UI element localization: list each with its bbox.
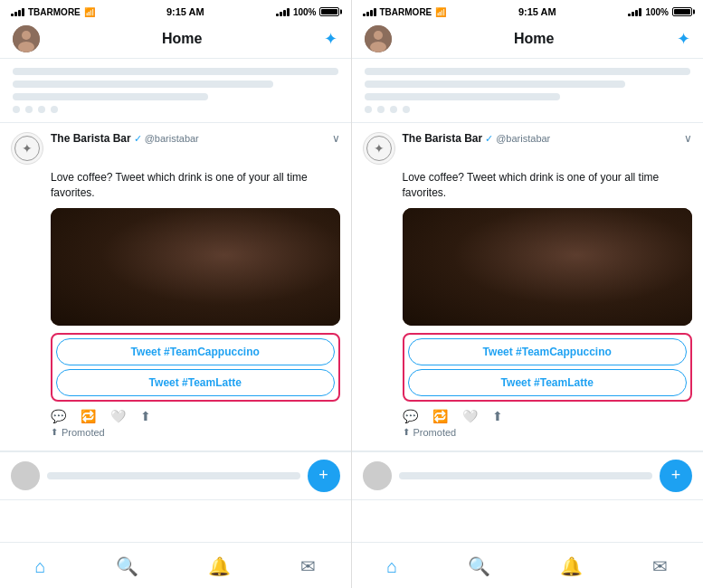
search-nav-icon-left[interactable]: 🔍 (107, 552, 147, 581)
tweet-handle-left: @baristabar (145, 133, 199, 144)
poll-btn2-right[interactable]: Tweet #TeamLatte (408, 369, 688, 396)
home-nav-icon-right[interactable]: ⌂ (377, 553, 406, 581)
promoted-icon-left: ⬆ (51, 427, 58, 437)
chevron-down-icon-right: ∨ (684, 132, 692, 145)
search-nav-icon-right[interactable]: 🔍 (459, 552, 499, 581)
tweet-avatar-left: ✦ (11, 132, 43, 165)
share-icon-left[interactable]: ⬆ (140, 409, 151, 423)
nav-avatar-right[interactable] (365, 25, 392, 52)
poll-buttons-left: Tweet #TeamCappuccino Tweet #TeamLatte (51, 333, 340, 402)
bar3 (18, 10, 21, 16)
avatar-img-left (13, 25, 40, 52)
carrier-left: TBARMORE (28, 7, 81, 17)
compose-fab-right[interactable]: + (660, 460, 692, 492)
wifi-left: 📶 (84, 7, 95, 17)
tweet-name-right: The Barista Bar (403, 132, 483, 145)
verified-icon-right: ✓ (485, 133, 493, 145)
status-right-left: 100% (276, 7, 340, 17)
tweet-actions-left: 💬 🔁 🤍 ⬆ (51, 409, 340, 423)
svg-point-12 (370, 42, 386, 52)
status-right-right: 100% (628, 7, 692, 17)
status-left-left: TBARMORE 📶 (11, 7, 95, 17)
nav-title-left: Home (162, 31, 202, 47)
tweet-header-left: ✦ The Barista Bar ✓ @baristabar ∨ (11, 132, 340, 165)
comment-icon-left[interactable]: 💬 (51, 409, 66, 423)
compose-placeholder-left (47, 472, 300, 479)
svg-point-11 (374, 31, 383, 40)
tweet-avatar-right: ✦ (363, 132, 395, 165)
nav-bar-left: Home ✦ (0, 22, 351, 59)
status-bar-right: TBARMORE 📶 9:15 AM 100% (352, 0, 704, 22)
share-icon-right[interactable]: ⬆ (492, 409, 503, 423)
placeholder-section-left (0, 59, 351, 123)
battery-right: 100% (645, 7, 669, 17)
notifications-nav-icon-right[interactable]: 🔔 (551, 552, 592, 581)
tweet-body-right: Love coffee? Tweet which drink is one of… (403, 170, 693, 201)
nav-avatar-left[interactable] (13, 25, 40, 52)
tweet-card-right: ✦ The Barista Bar ✓ @baristabar ∨ Love c… (352, 123, 704, 451)
promoted-row-right: ⬆ Promoted (403, 427, 693, 438)
home-nav-icon-left[interactable]: ⌂ (26, 553, 55, 581)
promoted-text-right: Promoted (413, 427, 457, 438)
messages-nav-icon-right[interactable]: ✉ (643, 552, 677, 581)
tweet-header-right: ✦ The Barista Bar ✓ @baristabar ∨ (363, 132, 693, 165)
signal-bars-right (363, 7, 376, 16)
svg-point-2 (18, 42, 34, 52)
compose-fab-left[interactable]: + (308, 460, 340, 492)
compose-avatar-left (11, 461, 40, 490)
compose-placeholder-right (399, 472, 653, 479)
avatar-img-right (365, 25, 392, 52)
left-phone: TBARMORE 📶 9:15 AM 100% Home (0, 0, 352, 588)
battery-icon-left (319, 7, 339, 16)
svg-point-1 (22, 31, 31, 40)
sparkle-icon-right[interactable]: ✦ (677, 29, 690, 49)
verified-icon-left: ✓ (134, 133, 142, 145)
notifications-nav-icon-left[interactable]: 🔔 (199, 552, 240, 581)
compose-bar-right: + (352, 451, 704, 500)
poll-btn1-right[interactable]: Tweet #TeamCappuccino (408, 338, 688, 365)
poll-btn2-left[interactable]: Tweet #TeamLatte (56, 369, 335, 396)
time-left: 9:15 AM (166, 6, 204, 17)
bar1 (11, 14, 14, 16)
bar4 (22, 8, 24, 16)
signal-bars2-right (628, 7, 641, 16)
like-icon-left[interactable]: 🤍 (110, 409, 126, 423)
promoted-icon-right: ⬆ (403, 427, 410, 437)
retweet-icon-left[interactable]: 🔁 (81, 409, 96, 423)
tweet-name-left: The Barista Bar (51, 132, 131, 145)
comment-icon-right[interactable]: 💬 (403, 409, 418, 423)
poll-buttons-right: Tweet #TeamCappuccino Tweet #TeamLatte (403, 333, 693, 402)
chevron-down-icon-left: ∨ (332, 132, 340, 145)
signal-bars-left (11, 7, 24, 16)
nav-title-right: Home (514, 31, 554, 47)
tweet-image-left (51, 208, 340, 326)
tweet-image-right (403, 208, 693, 326)
right-phone: TBARMORE 📶 9:15 AM 100% Home (352, 0, 704, 588)
compose-avatar-right (363, 461, 392, 490)
tweet-actions-right: 💬 🔁 🤍 ⬆ (403, 409, 693, 423)
status-bar-left: TBARMORE 📶 9:15 AM 100% (0, 0, 351, 22)
tweet-card-left: ✦ The Barista Bar ✓ @baristabar ∨ Love c… (0, 123, 351, 451)
signal-bars2-left (276, 7, 290, 16)
wifi-right: 📶 (435, 7, 446, 17)
placeholder-section-right (352, 59, 704, 123)
promoted-row-left: ⬆ Promoted (51, 427, 340, 438)
battery-left: 100% (293, 7, 317, 17)
like-icon-right[interactable]: 🤍 (462, 409, 478, 423)
nav-bar-right: Home ✦ (352, 22, 704, 59)
tweet-body-left: Love coffee? Tweet which drink is one of… (51, 170, 340, 201)
sparkle-icon-left[interactable]: ✦ (324, 29, 337, 49)
status-left-right: TBARMORE 📶 (363, 7, 447, 17)
messages-nav-icon-left[interactable]: ✉ (291, 552, 325, 581)
bar2 (14, 12, 17, 16)
bottom-nav-left: ⌂ 🔍 🔔 ✉ (0, 542, 351, 588)
retweet-icon-right[interactable]: 🔁 (432, 409, 448, 423)
battery-icon-right (672, 7, 692, 16)
tweet-handle-right: @baristabar (496, 133, 550, 144)
tweet-meta-left: The Barista Bar ✓ @baristabar ∨ (51, 132, 340, 145)
carrier-right: TBARMORE (380, 7, 432, 17)
tweet-meta-right: The Barista Bar ✓ @baristabar ∨ (403, 132, 693, 145)
bottom-nav-right: ⌂ 🔍 🔔 ✉ (352, 542, 704, 588)
poll-btn1-left[interactable]: Tweet #TeamCappuccino (56, 338, 335, 365)
promoted-text-left: Promoted (62, 427, 105, 438)
